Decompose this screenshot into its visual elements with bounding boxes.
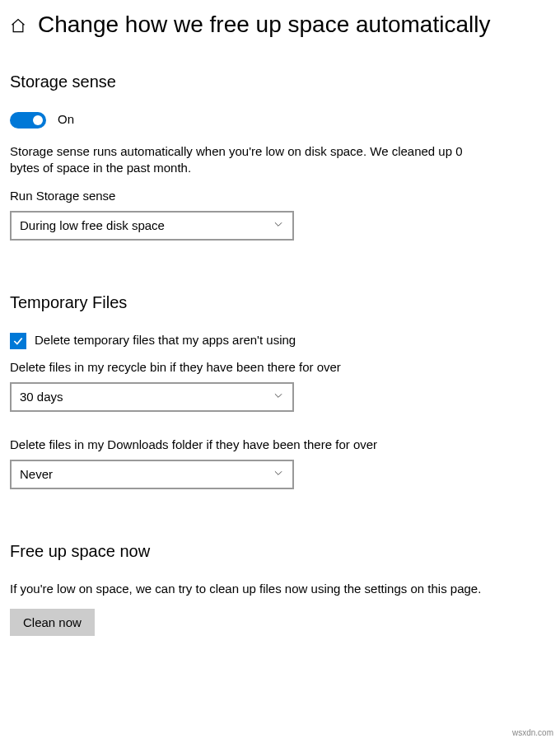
free-up-heading: Free up space now <box>10 540 550 563</box>
page-title: Change how we free up space automaticall… <box>38 10 490 40</box>
section-free-up-space: Free up space now If you're low on space… <box>10 540 550 636</box>
temp-files-heading: Temporary Files <box>10 292 550 314</box>
run-storage-sense-dropdown[interactable]: During low free disk space <box>10 211 294 241</box>
recycle-bin-label: Delete files in my recycle bin if they h… <box>10 359 550 376</box>
chevron-down-icon <box>273 389 284 405</box>
storage-sense-description: Storage sense runs automatically when yo… <box>10 143 471 177</box>
recycle-bin-dropdown[interactable]: 30 days <box>10 382 294 412</box>
run-storage-sense-label: Run Storage sense <box>10 188 550 204</box>
chevron-down-icon <box>273 217 284 234</box>
storage-sense-toggle-label: On <box>58 111 74 128</box>
downloads-value: Never <box>20 466 53 483</box>
downloads-label: Delete files in my Downloads folder if t… <box>10 437 550 453</box>
delete-temp-files-label: Delete temporary files that my apps aren… <box>35 332 296 348</box>
storage-sense-toggle[interactable] <box>10 112 46 129</box>
section-storage-sense: Storage sense On Storage sense runs auto… <box>10 71 550 241</box>
free-up-description: If you're low on space, we can try to cl… <box>10 581 550 597</box>
delete-temp-files-checkbox[interactable] <box>10 333 26 349</box>
run-storage-sense-value: During low free disk space <box>20 217 165 234</box>
storage-sense-heading: Storage sense <box>10 71 550 93</box>
toggle-knob <box>33 115 43 125</box>
chevron-down-icon <box>273 466 284 483</box>
section-temporary-files: Temporary Files Delete temporary files t… <box>10 292 550 489</box>
downloads-dropdown[interactable]: Never <box>10 460 294 489</box>
home-icon[interactable] <box>10 17 26 38</box>
recycle-bin-value: 30 days <box>20 389 63 405</box>
clean-now-button[interactable]: Clean now <box>10 609 95 636</box>
